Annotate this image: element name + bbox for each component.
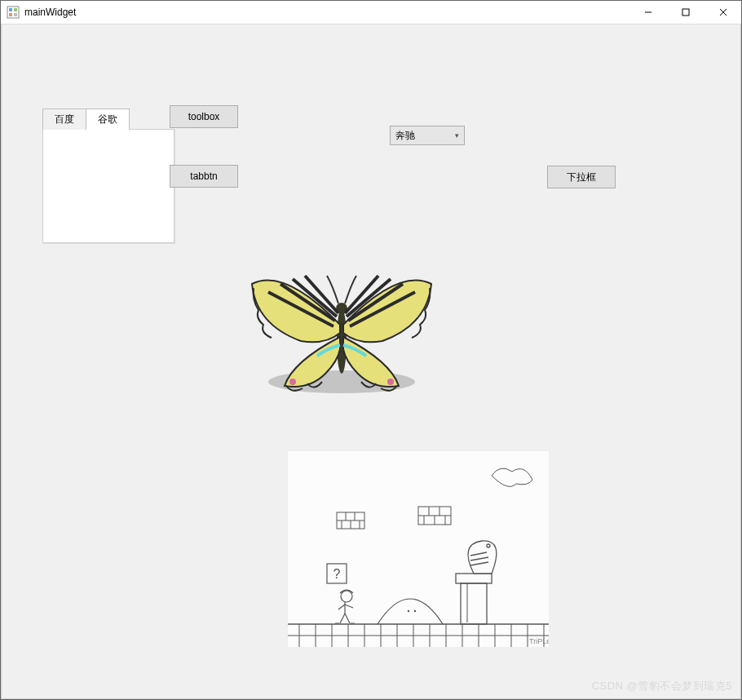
dropdown-button[interactable]: 下拉框 xyxy=(547,166,616,188)
svg-rect-1 xyxy=(9,8,12,11)
maximize-button[interactable] xyxy=(667,0,704,24)
window-title: mainWidget xyxy=(24,7,76,18)
car-brand-combo[interactable]: 奔驰 ▾ xyxy=(390,126,465,145)
svg-point-13 xyxy=(387,379,394,385)
watermark-text: CSDN @雪豹不会梦到瑞克5 xyxy=(592,679,732,693)
window-buttons xyxy=(629,0,742,24)
tab-pane xyxy=(42,129,174,243)
combo-value: 奔驰 xyxy=(395,129,415,143)
mario-sketch-image: ? xyxy=(287,450,548,646)
butterfly-image xyxy=(236,251,448,406)
chevron-down-icon: ▾ xyxy=(455,131,459,140)
svg-text:TriPLe: TriPLe xyxy=(529,637,549,645)
toolbox-button[interactable]: toolbox xyxy=(170,105,238,128)
svg-rect-6 xyxy=(682,9,689,16)
tab-widget: 百度 谷歌 xyxy=(42,109,174,243)
client-area: 百度 谷歌 toolbox tabbtn 下拉框 奔驰 ▾ xyxy=(1,24,741,699)
svg-rect-14 xyxy=(288,451,549,647)
app-icon xyxy=(7,6,20,19)
tabbtn-button[interactable]: tabbtn xyxy=(170,165,238,188)
svg-point-33 xyxy=(414,610,416,612)
svg-point-12 xyxy=(289,379,296,385)
svg-text:?: ? xyxy=(333,567,341,581)
minimize-button[interactable] xyxy=(629,0,667,24)
svg-point-32 xyxy=(408,610,409,612)
svg-rect-3 xyxy=(9,13,12,16)
svg-rect-2 xyxy=(14,8,17,11)
tab-google[interactable]: 谷歌 xyxy=(86,109,130,130)
svg-rect-4 xyxy=(14,13,17,16)
tab-bar: 百度 谷歌 xyxy=(42,109,174,130)
close-button[interactable] xyxy=(704,0,742,24)
titlebar: mainWidget xyxy=(0,0,742,24)
svg-point-37 xyxy=(487,544,490,547)
tab-baidu[interactable]: 百度 xyxy=(42,109,86,130)
